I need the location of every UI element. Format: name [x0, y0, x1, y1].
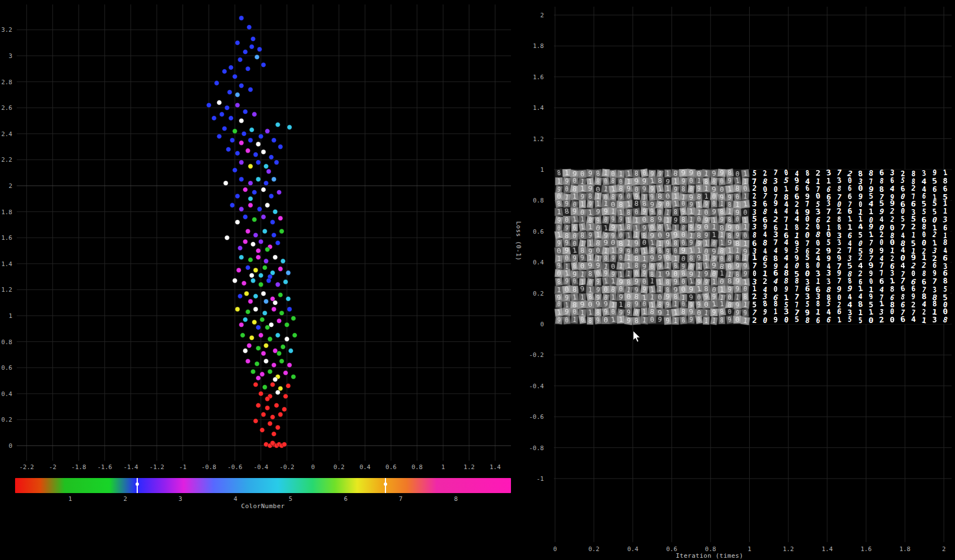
digit-cell: 1 [571, 316, 578, 324]
scatter-point [239, 255, 244, 260]
scatter-point [287, 125, 292, 130]
digit-cell: 0 [695, 293, 702, 301]
scatter-point [265, 129, 270, 134]
digit-cell: 2 [760, 169, 770, 178]
scatter-point [217, 100, 222, 105]
digit-cell: 1 [664, 262, 671, 270]
digit-cell: 0 [563, 216, 570, 224]
scatter-point [287, 363, 292, 368]
scatter-point [265, 397, 270, 402]
colorbar-marker-dot [136, 482, 139, 486]
digit-cell: 1 [865, 230, 876, 239]
digit-cell: 1 [609, 246, 617, 254]
colorbar-tick-label: 1 [68, 495, 72, 503]
digit-cell: 1 [835, 316, 844, 325]
digit-cell: 0 [640, 168, 648, 177]
scatter-point [233, 129, 238, 134]
digit-cell: 8 [759, 177, 770, 186]
digit-cell: 8 [865, 169, 877, 178]
digit-cell: 4 [780, 254, 792, 263]
digit-cell: 9 [578, 253, 586, 262]
left-y-tick-label: 0.8 [1, 339, 12, 346]
digit-cell: 1 [702, 308, 711, 317]
digit-cell: 8 [679, 269, 688, 278]
digit-cell: 2 [792, 201, 802, 209]
scatter-point [235, 103, 240, 108]
colorbar-gradient [15, 478, 511, 493]
digit-cell: 6 [844, 231, 855, 240]
digit-cell: 1 [940, 207, 951, 216]
digit-cell: 9 [687, 293, 695, 301]
scatter-point [245, 265, 250, 271]
digit-cell: 8 [726, 168, 734, 177]
digit-cell: 1 [855, 309, 866, 317]
digit-cell: 1 [750, 284, 759, 292]
scatter-point [242, 132, 247, 137]
digit-cell: 2 [908, 223, 919, 231]
digit-cell: 9 [702, 292, 710, 301]
digit-cell: 6 [845, 193, 855, 201]
digit-cell: 8 [940, 238, 951, 247]
digit-cell: 0 [898, 207, 908, 216]
scatter-point [273, 255, 278, 260]
scatter-point [266, 169, 271, 174]
scatter-point [258, 282, 263, 287]
scatter-point [264, 343, 269, 348]
scatter-point [243, 349, 248, 354]
digit-cell: 8 [792, 223, 802, 232]
scatter-point [291, 316, 296, 321]
digit-cell: 9 [687, 316, 694, 324]
scatter-point [239, 118, 244, 123]
digit-cell: 8 [759, 239, 771, 248]
digit-cell: 8 [555, 168, 562, 177]
digit-cell: 1 [741, 301, 750, 309]
digit-cell: 1 [625, 262, 633, 269]
scatter-point [250, 242, 255, 247]
digit-cell: 9 [595, 278, 601, 286]
digit-cell: 8 [625, 223, 633, 231]
right-x-tick-label: 0 [553, 545, 557, 553]
colorbar-marker-handle[interactable] [385, 478, 386, 493]
digit-cell: 0 [929, 216, 940, 225]
digit-cell: 8 [759, 300, 770, 308]
digit-cell: 2 [749, 184, 760, 192]
scatter-point [282, 407, 287, 412]
digit-cell: 8 [586, 192, 594, 200]
digit-cell: 9 [562, 308, 571, 316]
digit-cell: 5 [940, 285, 950, 294]
digit-cell: 6 [896, 315, 909, 325]
digit-cell: 0 [648, 223, 657, 231]
scatter-point [230, 138, 235, 143]
colorbar-marker-handle[interactable] [137, 478, 138, 493]
digit-cell: 4 [782, 207, 791, 216]
digit-cell: 9 [865, 261, 877, 271]
scatter-point [256, 346, 261, 351]
digit-cell: 1 [694, 270, 703, 279]
scatter-point [261, 187, 266, 192]
digit-cell: 8 [594, 308, 601, 316]
left-y-tick-label: 1.6 [1, 234, 12, 242]
left-x-tick-label: 1.4 [490, 464, 501, 471]
scatter-point [239, 177, 244, 182]
scatter-point [264, 259, 269, 264]
scatter-point [278, 144, 283, 149]
scatter-point [261, 291, 266, 296]
digit-cell: 5 [792, 316, 802, 324]
digit-cell: 0 [571, 177, 578, 185]
digit-cell: 0 [866, 277, 876, 286]
digit-cell: 5 [929, 207, 939, 216]
digit-cell: 8 [679, 216, 687, 224]
digit-cell: 8 [586, 270, 594, 278]
scatter-point [286, 271, 291, 276]
digit-cell: 9 [726, 193, 734, 201]
digit-cell: 9 [726, 315, 733, 324]
digit-cell: 3 [887, 168, 898, 177]
left-x-tick-label: 1.2 [464, 464, 475, 471]
digit-cell: 0 [563, 185, 570, 193]
digit-cell: 8 [929, 300, 940, 308]
digit-cell: 0 [570, 231, 578, 240]
digit-cell: 5 [749, 169, 759, 178]
digit-cell: 9 [679, 207, 687, 215]
scatter-point [264, 181, 269, 186]
digit-cell: 0 [877, 238, 887, 247]
